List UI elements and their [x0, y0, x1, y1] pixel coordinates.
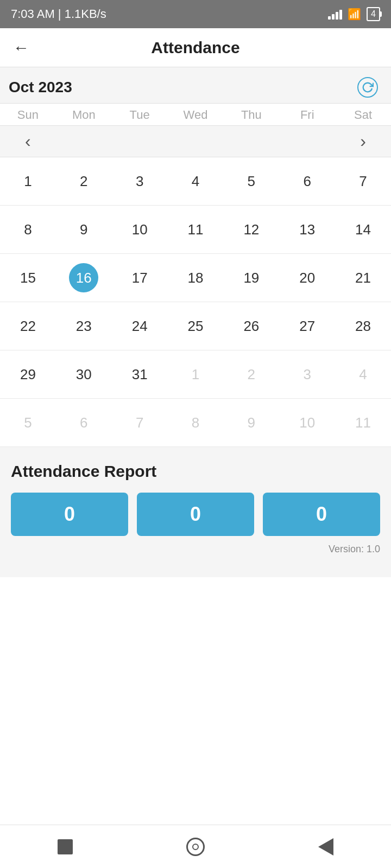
top-nav: ← Attendance	[0, 28, 391, 67]
calendar-week-0: 1234567	[0, 157, 391, 206]
status-icons: 📶 4	[328, 7, 380, 21]
calendar-day-w0-d6[interactable]: 7	[335, 165, 391, 197]
calendar-day-w3-d5[interactable]: 27	[279, 310, 335, 342]
signal-icon	[328, 9, 342, 20]
calendar-day-w5-d0[interactable]: 5	[0, 406, 56, 439]
back-icon	[318, 838, 333, 856]
status-bar: 7:03 AM | 1.1KB/s 📶 4	[0, 0, 391, 28]
calendar-day-w5-d3[interactable]: 8	[168, 406, 224, 439]
calendar-grid: 1234567891011121314151617181920212223242…	[0, 157, 391, 447]
day-header-thu: Thu	[223, 108, 279, 122]
calendar-day-w2-d2[interactable]: 17	[112, 261, 168, 294]
calendar-nav-row: ‹ ›	[0, 126, 391, 157]
calendar-day-w5-d4[interactable]: 9	[223, 406, 279, 439]
report-card-1[interactable]: 0	[137, 493, 254, 536]
calendar-day-w4-d5[interactable]: 3	[279, 358, 335, 391]
calendar-week-5: 567891011	[0, 399, 391, 447]
calendar-week-3: 22232425262728	[0, 302, 391, 350]
calendar-day-w0-d5[interactable]: 6	[279, 165, 335, 197]
calendar-day-w5-d5[interactable]: 10	[279, 406, 335, 439]
page-title: Attendance	[151, 39, 239, 57]
bottom-nav-bar	[0, 825, 391, 868]
calendar-week-1: 891011121314	[0, 206, 391, 254]
calendar-day-w3-d2[interactable]: 24	[112, 310, 168, 342]
day-headers: Sun Mon Tue Wed Thu Fri Sat	[0, 104, 391, 126]
calendar-day-w2-d6[interactable]: 21	[335, 261, 391, 294]
calendar-day-w0-d0[interactable]: 1	[0, 165, 56, 197]
prev-month-button[interactable]: ‹	[0, 131, 56, 151]
calendar-day-w0-d4[interactable]: 5	[223, 165, 279, 197]
status-time: 7:03 AM | 1.1KB/s	[11, 7, 106, 21]
calendar-section: Oct 2023 Sun Mon Tue Wed Thu Fri Sat ‹ ›	[0, 67, 391, 447]
report-cards: 0 0 0	[11, 493, 380, 536]
calendar-day-w5-d1[interactable]: 6	[56, 406, 112, 439]
calendar-day-w3-d3[interactable]: 25	[168, 310, 224, 342]
calendar-day-w3-d0[interactable]: 22	[0, 310, 56, 342]
calendar-day-w1-d1[interactable]: 9	[56, 213, 112, 246]
nav-recents-button[interactable]	[49, 831, 81, 863]
calendar-day-w4-d4[interactable]: 2	[223, 358, 279, 391]
calendar-day-w4-d0[interactable]: 29	[0, 358, 56, 391]
calendar-day-w1-d2[interactable]: 10	[112, 213, 168, 246]
day-header-sat: Sat	[335, 108, 391, 122]
calendar-day-w0-d1[interactable]: 2	[56, 165, 112, 197]
day-header-wed: Wed	[168, 108, 224, 122]
nav-back-button[interactable]	[310, 831, 342, 863]
calendar-day-w3-d4[interactable]: 26	[223, 310, 279, 342]
calendar-day-w2-d0[interactable]: 15	[0, 261, 56, 294]
calendar-day-w3-d1[interactable]: 23	[56, 310, 112, 342]
calendar-day-w5-d2[interactable]: 7	[112, 406, 168, 439]
nav-home-button[interactable]	[179, 831, 212, 863]
calendar-day-w2-d5[interactable]: 20	[279, 261, 335, 294]
report-title: Attendance Report	[11, 462, 380, 481]
month-title: Oct 2023	[9, 79, 72, 96]
home-icon-inner	[192, 844, 199, 850]
calendar-day-w3-d6[interactable]: 28	[335, 310, 391, 342]
day-header-sun: Sun	[0, 108, 56, 122]
recents-icon	[58, 839, 73, 854]
next-month-button[interactable]: ›	[335, 131, 391, 151]
day-header-tue: Tue	[112, 108, 168, 122]
refresh-button[interactable]	[357, 77, 378, 98]
calendar-day-w1-d6[interactable]: 14	[335, 213, 391, 246]
calendar-day-w0-d3[interactable]: 4	[168, 165, 224, 197]
calendar-day-w4-d2[interactable]: 31	[112, 358, 168, 391]
calendar-day-w2-d4[interactable]: 19	[223, 261, 279, 294]
day-header-fri: Fri	[279, 108, 335, 122]
calendar-day-w0-d2[interactable]: 3	[112, 165, 168, 197]
calendar-day-w1-d3[interactable]: 11	[168, 213, 224, 246]
calendar-week-2: 15161718192021	[0, 254, 391, 302]
calendar-day-w1-d0[interactable]: 8	[0, 213, 56, 246]
home-icon	[186, 838, 205, 856]
battery-icon: 4	[367, 7, 380, 21]
calendar-day-w1-d4[interactable]: 12	[223, 213, 279, 246]
report-card-0[interactable]: 0	[11, 493, 128, 536]
report-card-2[interactable]: 0	[263, 493, 380, 536]
day-header-mon: Mon	[56, 108, 112, 122]
calendar-day-w2-d1[interactable]: 16	[69, 263, 98, 292]
calendar-day-w4-d6[interactable]: 4	[335, 358, 391, 391]
calendar-day-w2-d3[interactable]: 18	[168, 261, 224, 294]
calendar-day-w5-d6[interactable]: 11	[335, 406, 391, 439]
calendar-week-4: 2930311234	[0, 350, 391, 399]
back-button[interactable]: ←	[13, 39, 29, 57]
attendance-report-section: Attendance Report 0 0 0 Version: 1.0	[0, 447, 391, 577]
wifi-icon: 📶	[348, 8, 361, 21]
month-header: Oct 2023	[0, 67, 391, 104]
version-text: Version: 1.0	[11, 544, 380, 555]
calendar-day-w4-d3[interactable]: 1	[168, 358, 224, 391]
calendar-day-w1-d5[interactable]: 13	[279, 213, 335, 246]
calendar-day-w4-d1[interactable]: 30	[56, 358, 112, 391]
